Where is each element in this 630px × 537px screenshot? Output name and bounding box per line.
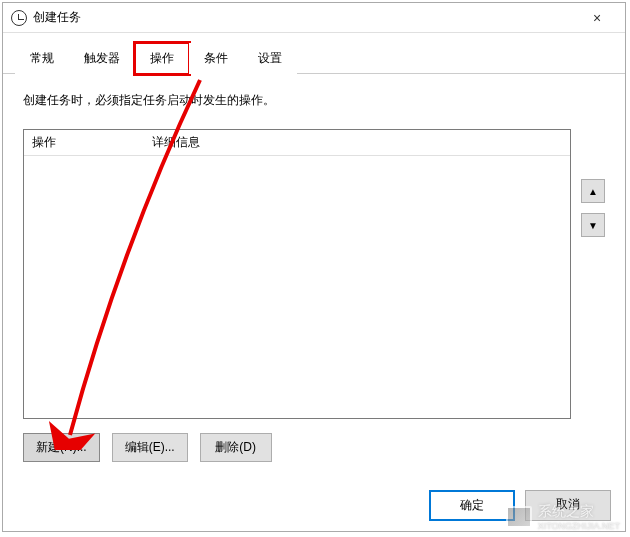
tab-actions[interactable]: 操作 bbox=[135, 43, 189, 74]
dialog-footer: 确定 取消 bbox=[429, 490, 611, 521]
list-header: 操作 详细信息 bbox=[24, 130, 570, 156]
dialog-window: 创建任务 × 常规 触发器 操作 条件 设置 创建任务时，必须指定任务启动时发生… bbox=[2, 2, 626, 532]
tab-conditions[interactable]: 条件 bbox=[189, 43, 243, 74]
description-text: 创建任务时，必须指定任务启动时发生的操作。 bbox=[23, 92, 605, 109]
tab-general[interactable]: 常规 bbox=[15, 43, 69, 74]
window-title: 创建任务 bbox=[33, 9, 577, 26]
move-down-button[interactable]: ▼ bbox=[581, 213, 605, 237]
action-buttons: 新建(N)... 编辑(E)... 删除(D) bbox=[23, 433, 605, 462]
move-up-button[interactable]: ▲ bbox=[581, 179, 605, 203]
actions-listbox[interactable]: 操作 详细信息 bbox=[23, 129, 571, 419]
reorder-buttons: ▲ ▼ bbox=[581, 129, 605, 419]
column-action: 操作 bbox=[24, 134, 144, 151]
tab-row: 常规 触发器 操作 条件 设置 bbox=[3, 43, 625, 74]
tab-triggers[interactable]: 触发器 bbox=[69, 43, 135, 74]
titlebar: 创建任务 × bbox=[3, 3, 625, 33]
new-button[interactable]: 新建(N)... bbox=[23, 433, 100, 462]
close-button[interactable]: × bbox=[577, 4, 617, 32]
delete-button[interactable]: 删除(D) bbox=[200, 433, 272, 462]
list-area: 操作 详细信息 ▲ ▼ bbox=[23, 129, 605, 419]
ok-button[interactable]: 确定 bbox=[429, 490, 515, 521]
cancel-button[interactable]: 取消 bbox=[525, 490, 611, 521]
tab-settings[interactable]: 设置 bbox=[243, 43, 297, 74]
clock-icon bbox=[11, 10, 27, 26]
content-area: 创建任务时，必须指定任务启动时发生的操作。 操作 详细信息 ▲ ▼ 新建(N).… bbox=[3, 74, 625, 472]
edit-button[interactable]: 编辑(E)... bbox=[112, 433, 188, 462]
column-details: 详细信息 bbox=[144, 134, 570, 151]
